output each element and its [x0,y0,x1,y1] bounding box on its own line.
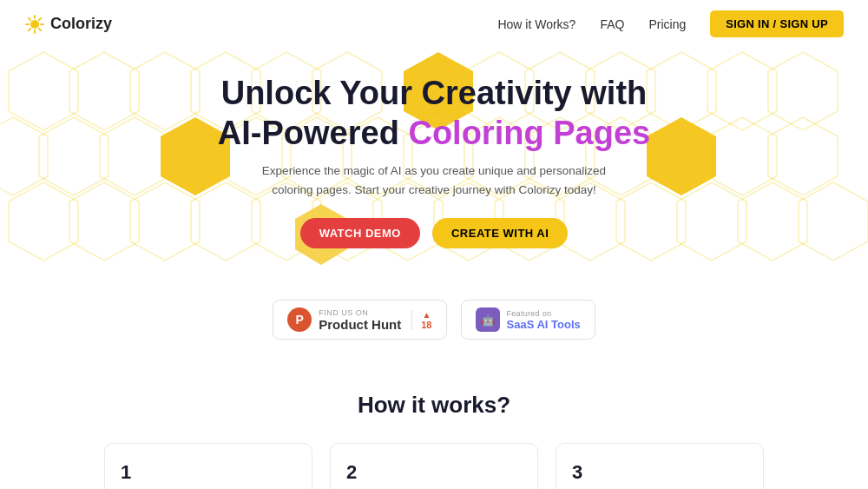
saas-prefix: Featured on [507,309,581,318]
how-it-works-section: How it works? 1 Describe Your Idea Enter… [0,366,868,489]
nav-link-how-it-works[interactable]: How it Works? [497,17,575,31]
product-hunt-number: 18 [421,320,431,330]
step-2: 2 Generate Our AI instantly generates a … [330,443,538,489]
create-with-ai-button[interactable]: CREATE WITH AI [432,218,568,248]
logo-icon [24,14,45,35]
logo[interactable]: Colorizy [24,14,112,35]
product-hunt-count: ▲ 18 [411,310,431,330]
nav-links: How it Works? FAQ Pricing SIGN IN / SIGN… [497,10,844,37]
saas-text: Featured on SaaS AI Tools [507,309,581,331]
watch-demo-button[interactable]: WATCH DEMO [300,218,420,248]
hero-headline-colored: Coloring Pages [408,115,650,151]
hero-headline: Unlock Your Creativity with AI-Powered C… [17,74,851,153]
svg-line-8 [29,28,30,30]
navbar: Colorizy How it Works? FAQ Pricing SIGN … [0,0,868,48]
svg-line-6 [39,28,41,30]
product-hunt-text: FIND US ON Product Hunt [319,308,401,332]
step-1-number: 1 [121,461,296,484]
product-hunt-letter: P [296,313,304,327]
how-title: How it works? [52,392,816,419]
hero-headline-part2: AI-Powered [218,115,399,151]
product-hunt-icon: P [287,307,312,332]
logo-text: Colorizy [50,15,112,33]
svg-line-7 [39,17,41,19]
hero-buttons: WATCH DEMO CREATE WITH AI [17,218,851,248]
hero-section: Unlock Your Creativity with AI-Powered C… [0,48,868,300]
product-hunt-prefix: FIND US ON [319,308,401,317]
step-1: 1 Describe Your Idea Enter a prompt to d… [104,443,312,489]
product-hunt-name: Product Hunt [319,317,401,332]
svg-point-0 [30,20,39,29]
saas-ai-tools-badge[interactable]: 🤖 Featured on SaaS AI Tools [461,300,595,340]
saas-icon: 🤖 [476,307,500,332]
hero-content: Unlock Your Creativity with AI-Powered C… [17,74,851,248]
step-3-number: 3 [572,461,747,484]
steps-container: 1 Describe Your Idea Enter a prompt to d… [52,443,816,489]
saas-name: SaaS AI Tools [507,318,581,331]
hero-subtitle: Experience the magic of AI as you create… [252,162,616,199]
step-2-number: 2 [346,461,522,484]
step-3: 3 Download Download your custom coloring… [556,443,764,489]
nav-link-faq[interactable]: FAQ [600,17,624,31]
hero-headline-part1: Unlock Your Creativity with [221,75,648,111]
upvote-arrow-icon: ▲ [422,310,431,320]
svg-line-5 [29,17,30,19]
sign-in-button[interactable]: SIGN IN / SIGN UP [710,10,844,37]
nav-link-pricing[interactable]: Pricing [648,17,686,31]
badges-section: P FIND US ON Product Hunt ▲ 18 🤖 Feature… [0,300,868,340]
product-hunt-badge[interactable]: P FIND US ON Product Hunt ▲ 18 [273,300,446,340]
